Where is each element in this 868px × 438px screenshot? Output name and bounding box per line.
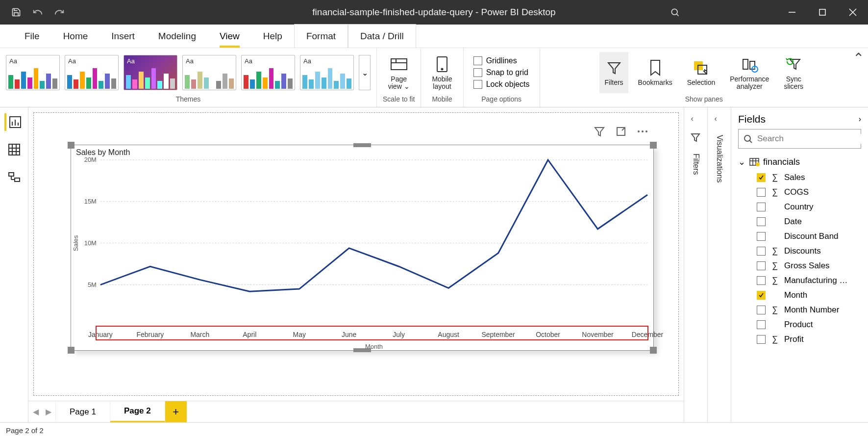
field-checkbox[interactable] xyxy=(757,320,766,329)
theme-option-0[interactable]: Aa xyxy=(6,55,60,90)
tab-page-2[interactable]: Page 2 xyxy=(110,401,165,422)
report-canvas[interactable]: Sales by Month 5M10M15M20MJanuaryFebruar… xyxy=(28,107,684,401)
visual-filter-icon[interactable] xyxy=(594,126,605,137)
menu-help[interactable]: Help xyxy=(251,25,294,48)
themes-dropdown[interactable]: ⌄ xyxy=(359,55,371,90)
field-checkbox[interactable] xyxy=(757,247,766,256)
mobile-icon xyxy=(433,55,451,74)
model-view-button[interactable] xyxy=(5,168,23,186)
field-sales[interactable]: ∑Sales xyxy=(738,170,865,185)
prev-page-icon[interactable]: ◀ xyxy=(33,407,39,416)
menu-file[interactable]: File xyxy=(13,25,51,48)
selection-pane-button[interactable]: Selection xyxy=(682,52,720,93)
tab-page-1[interactable]: Page 1 xyxy=(56,401,110,422)
filters-pane-collapsed[interactable]: ‹ Filters xyxy=(684,107,707,422)
expand-viz-icon[interactable]: ‹ xyxy=(715,114,724,124)
svg-text:20M: 20M xyxy=(84,156,97,163)
sigma-icon: ∑ xyxy=(770,187,779,197)
bookmarks-pane-button[interactable]: Bookmarks xyxy=(633,52,677,93)
sync-slicers-button[interactable]: Sync slicers xyxy=(779,52,808,93)
field-checkbox[interactable] xyxy=(757,203,766,211)
field-checkbox[interactable] xyxy=(757,217,766,226)
lock-checkbox[interactable]: Lock objects xyxy=(473,80,530,89)
menu-insert[interactable]: Insert xyxy=(99,25,147,48)
field-checkbox[interactable] xyxy=(757,291,766,300)
snap-checkbox[interactable]: Snap to grid xyxy=(473,68,530,77)
field-product[interactable]: Product xyxy=(738,317,865,332)
fields-search-input[interactable] xyxy=(757,134,861,144)
svg-text:Sales: Sales xyxy=(72,235,79,251)
minimize-icon[interactable] xyxy=(777,0,807,25)
report-view-button[interactable] xyxy=(4,113,22,131)
field-checkbox[interactable] xyxy=(757,261,766,270)
focus-mode-icon[interactable] xyxy=(615,126,627,137)
menu-format[interactable]: Format xyxy=(294,24,348,48)
theme-option-2[interactable]: Aa xyxy=(124,55,177,90)
page-view-icon xyxy=(390,55,408,74)
field-checkbox[interactable] xyxy=(757,188,766,197)
menu-modeling[interactable]: Modeling xyxy=(147,25,208,48)
sigma-icon: ∑ xyxy=(770,305,779,315)
svg-point-60 xyxy=(744,135,750,141)
chart-visual[interactable]: Sales by Month 5M10M15M20MJanuaryFebruar… xyxy=(71,145,654,351)
svg-text:November: November xyxy=(582,331,614,338)
bookmarks-pane-label: Bookmarks xyxy=(638,79,672,86)
field-gross-sales[interactable]: ∑Gross Sales xyxy=(738,258,865,273)
svg-rect-14 xyxy=(743,59,748,69)
save-icon[interactable] xyxy=(10,6,23,19)
field-country[interactable]: Country xyxy=(738,200,865,214)
svg-text:July: July xyxy=(393,331,405,338)
field-checkbox[interactable] xyxy=(757,306,766,314)
fields-search[interactable] xyxy=(738,129,861,149)
field-discount-band[interactable]: Discount Band xyxy=(738,229,865,244)
mobile-layout-button[interactable]: Mobile layout xyxy=(427,52,457,93)
menu-view[interactable]: View xyxy=(208,25,251,48)
snap-label: Snap to grid xyxy=(486,68,528,77)
svg-text:August: August xyxy=(438,331,459,338)
svg-rect-28 xyxy=(9,173,14,176)
bookmark-icon xyxy=(646,58,665,77)
collapse-ribbon-icon[interactable]: ⌃ xyxy=(853,50,864,66)
status-text: Page 2 of 2 xyxy=(6,426,44,435)
data-view-button[interactable] xyxy=(5,141,23,158)
menu-home[interactable]: Home xyxy=(51,25,100,48)
theme-option-1[interactable]: Aa xyxy=(65,55,119,90)
search-icon[interactable] xyxy=(661,0,689,25)
gridlines-checkbox[interactable]: Gridlines xyxy=(473,56,530,65)
field-checkbox[interactable] xyxy=(757,335,766,344)
theme-option-5[interactable]: Aa xyxy=(300,55,354,90)
field-checkbox[interactable] xyxy=(757,276,766,285)
add-page-button[interactable]: + xyxy=(165,401,187,422)
field-month[interactable]: Month xyxy=(738,288,865,303)
theme-option-3[interactable]: Aa xyxy=(182,55,236,90)
field-discounts[interactable]: ∑Discounts xyxy=(738,244,865,258)
performance-button[interactable]: Performance analyzer xyxy=(725,52,774,93)
field-date[interactable]: Date xyxy=(738,214,865,229)
field-month-number[interactable]: ∑Month Number xyxy=(738,303,865,317)
field-checkbox[interactable] xyxy=(757,173,766,182)
visualizations-pane-collapsed[interactable]: ‹ Visualizations xyxy=(707,107,731,422)
close-icon[interactable] xyxy=(838,0,868,25)
undo-icon[interactable] xyxy=(31,6,44,19)
svg-line-61 xyxy=(750,141,752,143)
collapse-fields-icon[interactable]: › xyxy=(859,115,861,124)
menu-data-drill[interactable]: Data / Drill xyxy=(348,24,416,48)
maximize-icon[interactable] xyxy=(807,0,838,25)
more-options-icon[interactable] xyxy=(637,126,648,137)
table-financials[interactable]: ⌄financials xyxy=(738,154,865,170)
theme-option-4[interactable]: Aa xyxy=(241,55,295,90)
field-cogs[interactable]: ∑COGS xyxy=(738,185,865,200)
page-view-button[interactable]: Page view ⌄ xyxy=(383,52,415,93)
next-page-icon[interactable]: ▶ xyxy=(46,407,51,416)
filters-pane-button[interactable]: Filters xyxy=(599,52,628,93)
field-profit[interactable]: ∑Profit xyxy=(738,332,865,347)
sigma-icon: ∑ xyxy=(770,335,779,344)
svg-marker-59 xyxy=(692,134,699,141)
svg-text:10M: 10M xyxy=(84,239,97,247)
expand-filters-icon[interactable]: ‹ xyxy=(691,114,701,124)
svg-rect-6 xyxy=(391,59,407,70)
redo-icon[interactable] xyxy=(53,6,66,19)
field-manufacturing-[interactable]: ∑Manufacturing … xyxy=(738,273,865,288)
menu-bar: FileHomeInsertModelingViewHelpFormatData… xyxy=(0,25,868,48)
field-checkbox[interactable] xyxy=(757,232,766,241)
